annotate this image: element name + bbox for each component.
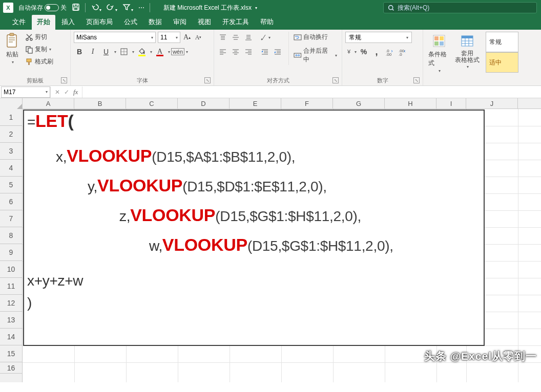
format-painter-button[interactable]: 格式刷	[24, 56, 55, 67]
col-header[interactable]: D	[178, 98, 230, 108]
tab-formulas[interactable]: 公式	[119, 15, 142, 30]
col-header[interactable]: G	[333, 98, 385, 108]
cells-area[interactable]: =LET( x,VLOOKUP(D15,$A$1:$B$11,2,0), y,V…	[23, 109, 541, 382]
tab-help[interactable]: 帮助	[255, 15, 279, 30]
align-center-icon[interactable]	[230, 46, 241, 57]
autosave-toggle[interactable]: 自动保存 关	[18, 4, 67, 12]
tab-view[interactable]: 视图	[193, 15, 216, 30]
row-header[interactable]: 7	[0, 210, 22, 227]
increase-decimal-icon[interactable]: .0.00	[384, 46, 395, 57]
underline-button[interactable]: U	[100, 46, 112, 57]
confirm-icon[interactable]: ✓	[64, 89, 69, 96]
row-header[interactable]: 16	[0, 362, 22, 374]
redo-icon[interactable]: ▾	[107, 3, 117, 13]
launcher-icon[interactable]: ⤡	[413, 77, 420, 83]
svg-rect-13	[27, 59, 31, 62]
decrease-decimal-icon[interactable]: .00.0	[397, 46, 408, 57]
cell-style-gallery[interactable]: 常规 适中	[486, 32, 518, 73]
tab-developer[interactable]: 开发工具	[217, 15, 254, 30]
comma-icon[interactable]: ,	[371, 46, 382, 57]
fill-color-button[interactable]	[136, 46, 148, 57]
row-header[interactable]: 9	[0, 244, 22, 261]
copy-button[interactable]: 复制▾	[24, 44, 55, 55]
col-header[interactable]: B	[74, 98, 126, 108]
tab-review[interactable]: 审阅	[168, 15, 192, 30]
launcher-icon[interactable]: ⤡	[332, 77, 339, 83]
document-name[interactable]: 新建 Microsoft Excel 工作表.xlsx▾	[163, 4, 257, 12]
cancel-icon[interactable]: ✕	[55, 89, 60, 96]
svg-point-3	[389, 5, 393, 9]
svg-rect-26	[434, 41, 439, 46]
row-header[interactable]: 5	[0, 177, 22, 193]
paste-button[interactable]: 粘贴▾	[3, 32, 22, 66]
tab-home[interactable]: 开始	[32, 15, 55, 30]
text-box[interactable]: =LET( x,VLOOKUP(D15,$A$1:$B$11,2,0), y,V…	[23, 110, 485, 346]
align-left-icon[interactable]	[217, 46, 228, 57]
row-header[interactable]: 14	[0, 329, 22, 345]
align-middle-icon[interactable]	[230, 32, 241, 43]
col-header[interactable]: C	[126, 98, 178, 108]
launcher-icon[interactable]: ⤡	[204, 77, 211, 83]
style-normal[interactable]: 常规	[486, 32, 518, 52]
row-header[interactable]: 1	[0, 109, 22, 126]
tab-insert[interactable]: 插入	[56, 15, 80, 30]
indent-increase-icon[interactable]	[272, 46, 283, 57]
indent-decrease-icon[interactable]	[259, 46, 270, 57]
number-format-select[interactable]: 常规▾	[345, 32, 412, 43]
row-header[interactable]: 3	[0, 143, 22, 160]
search-box[interactable]: 搜索(Alt+Q)	[383, 2, 537, 13]
launcher-icon[interactable]: ⤡	[61, 77, 67, 83]
font-color-button[interactable]: A	[154, 46, 165, 57]
fx-icon[interactable]: fx	[73, 88, 78, 96]
svg-rect-1	[74, 4, 77, 6]
font-name-select[interactable]: MiSans▾	[74, 32, 156, 43]
tab-file[interactable]: 文件	[7, 15, 31, 30]
percent-icon[interactable]: %	[358, 46, 369, 57]
font-size-select[interactable]: 11▾	[158, 32, 180, 43]
undo-icon[interactable]: ▾	[91, 3, 101, 13]
row-header[interactable]: 13	[0, 312, 22, 329]
worksheet-grid[interactable]: A B C D E F G H I J 1 2 3 4 5 6 7 8 9 10…	[0, 98, 541, 383]
shrink-font-icon[interactable]: A▾	[194, 32, 203, 43]
col-header[interactable]: I	[436, 98, 466, 108]
group-title-align: 对齐方式⤡	[217, 76, 339, 84]
merge-center-button[interactable]: 合并后居中▾	[292, 46, 339, 65]
italic-button[interactable]: I	[87, 46, 98, 57]
svg-rect-4	[7, 35, 16, 47]
row-header[interactable]: 15	[0, 345, 22, 362]
filter-icon[interactable]: ▾	[122, 3, 133, 13]
align-right-icon[interactable]	[243, 46, 254, 57]
wrap-text-button[interactable]: 自动换行	[292, 32, 339, 42]
row-header[interactable]: 11	[0, 278, 22, 295]
grow-font-icon[interactable]: A▴	[182, 32, 192, 43]
row-header[interactable]: 2	[0, 126, 22, 143]
col-header[interactable]: J	[466, 98, 518, 108]
conditional-format-button[interactable]: 条件格式▾	[426, 32, 452, 74]
phonetic-button[interactable]: wén	[172, 46, 183, 57]
orientation-icon[interactable]: ▾	[259, 32, 270, 43]
row-header[interactable]: 12	[0, 295, 22, 312]
align-bottom-icon[interactable]	[243, 32, 254, 43]
save-icon[interactable]	[72, 3, 80, 13]
bold-button[interactable]: B	[74, 46, 85, 57]
cut-button[interactable]: 剪切	[24, 32, 55, 42]
row-header[interactable]: 10	[0, 261, 22, 278]
row-header[interactable]: 4	[0, 160, 22, 177]
align-top-icon[interactable]	[217, 32, 228, 43]
select-all-corner[interactable]	[0, 98, 23, 109]
border-button[interactable]	[118, 46, 130, 57]
row-header[interactable]: 6	[0, 193, 22, 210]
formula-input[interactable]	[82, 89, 541, 96]
tab-layout[interactable]: 页面布局	[81, 15, 118, 30]
format-table-button[interactable]: 套用 表格格式▾	[453, 32, 482, 70]
currency-icon[interactable]: ¥▾	[345, 46, 357, 57]
col-header[interactable]: A	[23, 98, 74, 108]
col-header[interactable]: F	[281, 98, 333, 108]
col-header[interactable]: E	[230, 98, 281, 108]
tab-data[interactable]: 数据	[143, 15, 167, 30]
style-neutral[interactable]: 适中	[486, 52, 518, 73]
name-box[interactable]: M17▾	[1, 86, 50, 98]
row-header[interactable]: 8	[0, 227, 22, 244]
watermark: 头条 @Excel从零到一	[424, 349, 537, 363]
col-header[interactable]: H	[385, 98, 436, 108]
